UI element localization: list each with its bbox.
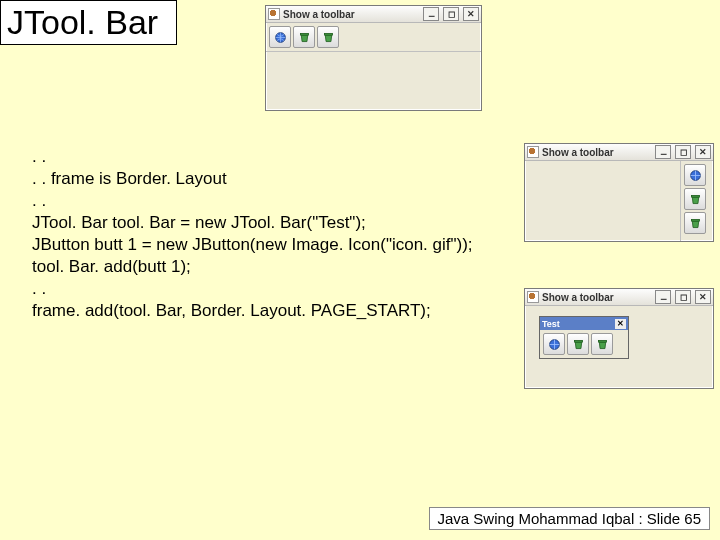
slide-title: JTool. Bar (0, 0, 177, 45)
content-area (525, 161, 680, 235)
minimize-button[interactable]: ⎽ (423, 7, 439, 21)
close-button[interactable]: ✕ (695, 145, 711, 159)
svg-rect-7 (574, 340, 582, 342)
window-title: Show a toolbar (283, 9, 355, 20)
globe-icon[interactable] (684, 164, 706, 186)
palette-title: Test (542, 319, 560, 329)
maximize-button[interactable]: ◻ (443, 7, 459, 21)
globe-icon[interactable] (543, 333, 565, 355)
java-icon (527, 291, 539, 303)
titlebar[interactable]: Show a toolbar ⎽ ◻ ✕ (525, 289, 713, 306)
example-window-floating-toolbar: Show a toolbar ⎽ ◻ ✕ Test ✕ (524, 288, 714, 389)
content-area (266, 52, 481, 110)
palette-close-icon[interactable]: ✕ (615, 319, 626, 329)
minimize-button[interactable]: ⎽ (655, 290, 671, 304)
maximize-button[interactable]: ◻ (675, 145, 691, 159)
close-button[interactable]: ✕ (695, 290, 711, 304)
window-controls: ⎽ ◻ ✕ (654, 145, 711, 159)
minimize-button[interactable]: ⎽ (655, 145, 671, 159)
maximize-button[interactable]: ◻ (675, 290, 691, 304)
java-icon (268, 8, 280, 20)
slide-footer: Java Swing Mohammad Iqbal : Slide 65 (429, 507, 710, 530)
globe-icon[interactable] (269, 26, 291, 48)
floating-toolbar[interactable]: Test ✕ (539, 316, 629, 359)
svg-rect-1 (300, 33, 308, 35)
toolbar (266, 23, 481, 52)
window-title: Show a toolbar (542, 147, 614, 158)
palette-buttons (540, 330, 628, 358)
window-controls: ⎽ ◻ ✕ (654, 290, 711, 304)
palette-titlebar[interactable]: Test ✕ (540, 317, 628, 330)
example-window-top-toolbar: Show a toolbar ⎽ ◻ ✕ (265, 5, 482, 111)
content-area: Test ✕ (525, 306, 713, 388)
svg-rect-4 (691, 195, 699, 197)
svg-rect-8 (598, 340, 606, 342)
close-button[interactable]: ✕ (463, 7, 479, 21)
toolbar-vertical (680, 161, 713, 241)
svg-rect-5 (691, 219, 699, 221)
java-icon (527, 146, 539, 158)
trash2-icon[interactable] (684, 212, 706, 234)
trash-icon[interactable] (567, 333, 589, 355)
window-title: Show a toolbar (542, 292, 614, 303)
example-window-side-toolbar: Show a toolbar ⎽ ◻ ✕ (524, 143, 714, 242)
trash2-icon[interactable] (317, 26, 339, 48)
trash2-icon[interactable] (591, 333, 613, 355)
titlebar[interactable]: Show a toolbar ⎽ ◻ ✕ (525, 144, 713, 161)
svg-rect-2 (324, 33, 332, 35)
code-block: . . . . frame is Border. Layout . . JToo… (32, 146, 473, 322)
trash-icon[interactable] (293, 26, 315, 48)
titlebar[interactable]: Show a toolbar ⎽ ◻ ✕ (266, 6, 481, 23)
window-controls: ⎽ ◻ ✕ (422, 7, 479, 21)
trash-icon[interactable] (684, 188, 706, 210)
